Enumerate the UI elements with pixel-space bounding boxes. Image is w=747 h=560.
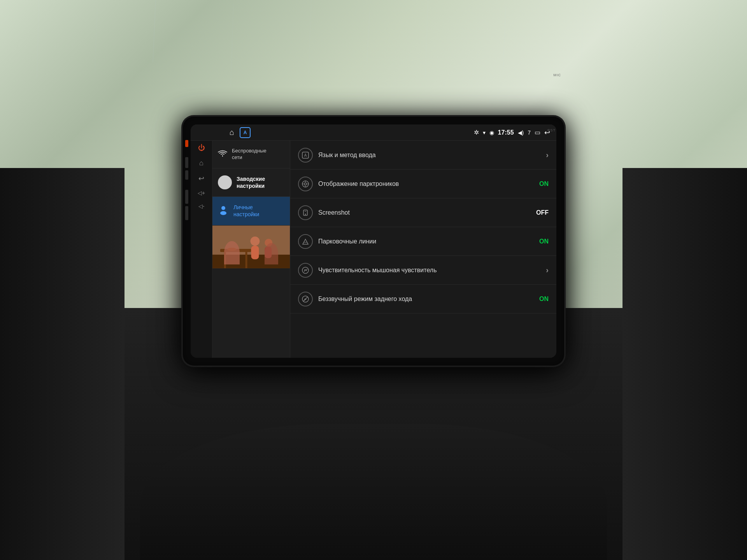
setting-row-screenshot[interactable]: Screenshot OFF [290, 198, 556, 227]
svg-line-17 [620, 12, 622, 78]
bezel-power-btn[interactable] [185, 140, 188, 147]
setting-row-language[interactable]: A Язык и метод ввода › [290, 141, 556, 170]
status-time: 17:55 [498, 129, 514, 136]
sidebar-item-personal[interactable]: Личныенастройки [212, 197, 290, 225]
language-arrow: › [533, 150, 549, 159]
battery-icon: ▭ [535, 129, 540, 136]
mic-label: MIC [554, 73, 561, 77]
vol-down-icon[interactable]: ◁- [198, 203, 205, 209]
svg-rect-27 [251, 246, 259, 259]
svg-line-0 [37, 0, 39, 78]
factory-label: Заводскиенастройки [237, 175, 265, 189]
screenshot-icon [298, 205, 313, 220]
screenshot-value: OFF [533, 209, 549, 216]
svg-line-3 [231, 4, 233, 86]
screenshot-label: Screenshot [318, 209, 528, 216]
svg-point-26 [251, 236, 260, 246]
svg-rect-25 [245, 252, 247, 268]
svg-rect-41 [305, 211, 306, 212]
svg-line-5 [367, 12, 370, 62]
dashboard-area [140, 424, 607, 560]
home-side-icon[interactable]: ⌂ [199, 159, 203, 167]
svg-point-28 [265, 239, 272, 247]
back-side-icon[interactable]: ↩ [198, 174, 204, 183]
svg-point-34 [304, 183, 307, 185]
factory-icon [218, 175, 232, 189]
reverse-mute-icon: P [298, 292, 313, 306]
sensitivity-label: Чувствительность мышоная чувствитель [318, 267, 528, 274]
bezel-vol-down-btn[interactable] [185, 206, 188, 220]
language-label: Язык и метод ввода [318, 152, 528, 159]
svg-point-18 [221, 206, 225, 210]
svg-rect-24 [224, 252, 226, 268]
parking-lines-icon [298, 234, 313, 249]
home-icon[interactable]: ⌂ [230, 128, 234, 137]
svg-line-12 [133, 0, 136, 51]
svg-line-4 [309, 0, 311, 74]
setting-row-parking-lines[interactable]: Парковочные линии ON [290, 227, 556, 256]
svg-line-13 [200, 10, 202, 70]
language-icon: A [298, 148, 313, 163]
status-bar: ⌂ A ✲ ▾ ◉ 17:55 ◀) [191, 124, 556, 141]
volume-icon: ◀) [518, 130, 524, 136]
screen-bezel-container: MIC RST ⌂ A ✲ [183, 86, 564, 366]
screen-bezel: RST ⌂ A ✲ ▾ [183, 117, 564, 366]
svg-line-15 [406, 4, 409, 62]
parking-sensors-label: Отображение парктроников [318, 180, 528, 187]
left-icon-bar: ⏻ ⌂ ↩ ◁+ ◁- [191, 141, 212, 358]
setting-row-sensitivity[interactable]: Чувствительность мышоная чувствитель › [290, 256, 556, 285]
sensitivity-icon [298, 263, 313, 278]
wifi-icon: ▾ [483, 130, 486, 136]
svg-point-40 [305, 214, 306, 215]
svg-rect-23 [220, 249, 251, 252]
sidebar-item-factory[interactable]: Заводскиенастройки [212, 168, 290, 197]
svg-line-14 [277, 0, 280, 54]
status-bar-right: ✲ ▾ ◉ 17:55 ◀) 7 ▭ ↩ [474, 128, 550, 137]
svg-line-16 [542, 0, 545, 47]
power-icon[interactable]: ⏻ [198, 144, 205, 152]
status-bar-left: ⌂ A [230, 127, 251, 138]
svg-line-8 [581, 0, 584, 82]
personal-icon [218, 205, 229, 217]
svg-line-9 [659, 8, 661, 66]
main-content: ⏻ ⌂ ↩ ◁+ ◁- [191, 141, 556, 358]
parking-lines-label: Парковочные линии [318, 238, 528, 245]
parking-sensors-value: ON [533, 180, 549, 187]
screen: ⌂ A ✲ ▾ ◉ 17:55 ◀) [191, 124, 556, 358]
parking-sensors-icon [298, 177, 313, 191]
bluetooth-icon: ✲ [474, 129, 479, 136]
bezel-back-btn[interactable] [185, 170, 188, 180]
parking-lines-value: ON [533, 238, 549, 245]
car-side-right [622, 168, 747, 560]
bezel-left-buttons [185, 140, 188, 220]
bezel-home-btn[interactable] [185, 157, 188, 168]
sensitivity-arrow: › [533, 266, 549, 275]
settings-panel: A Язык и метод ввода › [290, 141, 556, 358]
svg-line-1 [95, 8, 97, 70]
wireless-label: Беспроводныесети [232, 148, 267, 161]
svg-line-10 [717, 0, 720, 74]
wifi-sidebar-icon [218, 149, 227, 159]
svg-point-19 [220, 211, 226, 215]
car-side-left [0, 168, 124, 560]
svg-rect-29 [265, 247, 272, 258]
sidebar: Беспроводныесети Заводскиенастройки [212, 141, 290, 358]
setting-row-reverse-mute[interactable]: P Беззвучный режим заднего хода ON [290, 285, 556, 313]
personal-label: Личныенастройки [233, 204, 259, 218]
svg-rect-22 [212, 254, 290, 268]
settings-icon-button[interactable]: A [240, 127, 251, 138]
thumbnail-image [212, 226, 290, 268]
reverse-mute-value: ON [533, 296, 549, 303]
svg-line-11 [67, 2, 70, 58]
vol-up-icon[interactable]: ◁+ [198, 190, 205, 196]
setting-row-parking-sensors[interactable]: Отображение парктроников ON [290, 170, 556, 198]
location-icon: ◉ [489, 130, 494, 136]
svg-line-6 [425, 0, 428, 78]
svg-point-30 [227, 248, 237, 251]
svg-text:A: A [304, 153, 307, 158]
volume-level: 7 [528, 130, 531, 136]
sidebar-item-wireless[interactable]: Беспроводныесети [212, 141, 290, 168]
bezel-vol-up-btn[interactable] [185, 190, 188, 204]
svg-line-2 [153, 0, 156, 62]
svg-line-7 [503, 6, 506, 70]
